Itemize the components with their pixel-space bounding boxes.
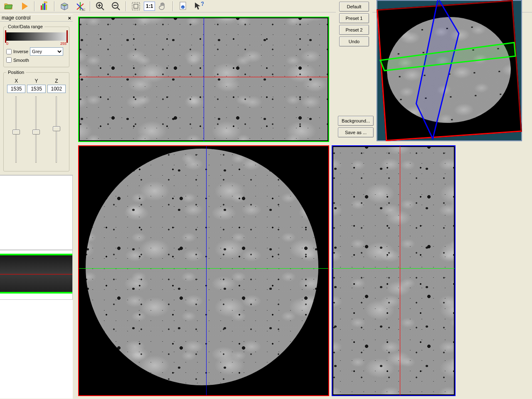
toolbar-separator <box>172 1 173 11</box>
action-column: Background... Save as ... <box>336 114 376 139</box>
svg-text:?: ? <box>201 1 204 7</box>
pan-button[interactable] <box>155 0 171 12</box>
cube-3d-button[interactable] <box>57 0 72 12</box>
open-button[interactable] <box>1 0 17 12</box>
inverse-label: Inverse <box>13 49 28 54</box>
gradient-max-handle[interactable] <box>66 30 68 43</box>
play-button[interactable] <box>17 0 32 12</box>
pos-y-input[interactable]: 1535 <box>27 85 45 93</box>
coronal-slice-view[interactable] <box>78 17 329 142</box>
preset2-button[interactable]: Preset 2 <box>339 25 369 35</box>
svg-rect-0 <box>41 5 42 10</box>
svg-rect-2 <box>44 2 45 10</box>
info-icon: i <box>178 1 188 11</box>
histogram-button[interactable] <box>37 0 52 12</box>
pos-x-input[interactable]: 1535 <box>7 85 25 93</box>
position-group: Position X Y Z 1535 1535 1002 <box>3 70 69 171</box>
svg-rect-8 <box>134 4 138 8</box>
toolbar-separator <box>34 1 35 11</box>
sagittal-slice-view[interactable] <box>332 145 456 396</box>
svg-rect-1 <box>42 4 44 10</box>
zoom-in-button[interactable] <box>92 0 108 12</box>
gradient-max-label: 255 <box>60 42 66 46</box>
open-folder-icon <box>4 1 14 11</box>
background-button[interactable]: Background... <box>338 116 374 126</box>
position-legend: Position <box>6 70 26 75</box>
pos-y-slider[interactable] <box>32 96 40 163</box>
svg-rect-7 <box>132 2 140 10</box>
whats-this-icon: ? <box>194 1 204 11</box>
main-viewport: Default Preset 1 Preset 2 Undo Backgroun… <box>75 13 532 399</box>
pos-header-z: Z <box>47 78 66 84</box>
sidebar: mage control × Color/Data range 0 255 In… <box>0 14 73 399</box>
color-range-legend: Color/Data range <box>6 24 44 29</box>
panel-title: mage control <box>2 15 30 21</box>
pos-header-x: X <box>6 78 26 84</box>
whats-this-button[interactable]: ? <box>191 0 207 12</box>
fit-window-icon <box>131 1 141 11</box>
pos-z-slider[interactable] <box>53 96 60 163</box>
axes-3d-icon: 3D <box>75 1 85 11</box>
save-as-button[interactable]: Save as ... <box>338 127 374 137</box>
axial-slice-view[interactable] <box>78 145 329 396</box>
fit-window-button[interactable] <box>128 0 144 12</box>
side-thumbnail-bottom[interactable] <box>0 250 73 300</box>
panel-title-bar: mage control × <box>0 14 73 22</box>
inverse-checkbox[interactable] <box>6 49 12 54</box>
info-button[interactable]: i <box>175 0 191 12</box>
preset1-button[interactable]: Preset 1 <box>339 13 369 23</box>
image-control-panel: Color/Data range 0 255 Inverse GreyJetHo… <box>0 22 73 175</box>
gradient-min-label: 0 <box>6 42 8 46</box>
pos-x-slider[interactable] <box>12 96 20 163</box>
colormap-select[interactable]: GreyJetHotCool <box>30 47 63 56</box>
zoom-oneone-button[interactable]: 1:1 <box>144 2 155 11</box>
pan-hand-icon <box>158 1 168 11</box>
undo-button[interactable]: Undo <box>339 37 369 47</box>
zoom-out-button[interactable] <box>108 0 124 12</box>
svg-text:i: i <box>182 6 183 9</box>
sidebar-filler <box>0 300 73 399</box>
side-thumbnail-top <box>0 175 73 250</box>
svg-text:3D: 3D <box>81 8 85 11</box>
gradient-min-handle[interactable] <box>5 30 6 43</box>
toolbar-separator <box>90 1 91 11</box>
gradient-preview[interactable] <box>6 32 66 41</box>
histogram-icon <box>39 1 49 11</box>
svg-rect-3 <box>46 5 47 10</box>
preview-3d-panel[interactable] <box>377 0 522 141</box>
toolbar-separator <box>54 1 55 11</box>
smooth-label: Smooth <box>13 58 29 63</box>
zoom-out-icon <box>111 1 121 11</box>
play-icon <box>20 1 30 11</box>
zoom-in-icon <box>95 1 105 11</box>
smooth-checkbox[interactable] <box>6 57 12 63</box>
color-data-range-group: Color/Data range 0 255 Inverse GreyJetHo… <box>3 24 69 67</box>
preset-column: Default Preset 1 Preset 2 Undo <box>336 0 372 48</box>
axes-3d-button[interactable]: 3D <box>72 0 88 12</box>
toolbar-separator <box>126 1 126 11</box>
default-preset-button[interactable]: Default <box>339 2 369 12</box>
cube-3d-icon <box>59 1 69 11</box>
close-icon[interactable]: × <box>68 15 71 21</box>
pos-z-input[interactable]: 1002 <box>47 85 66 93</box>
pos-header-y: Y <box>26 78 46 84</box>
